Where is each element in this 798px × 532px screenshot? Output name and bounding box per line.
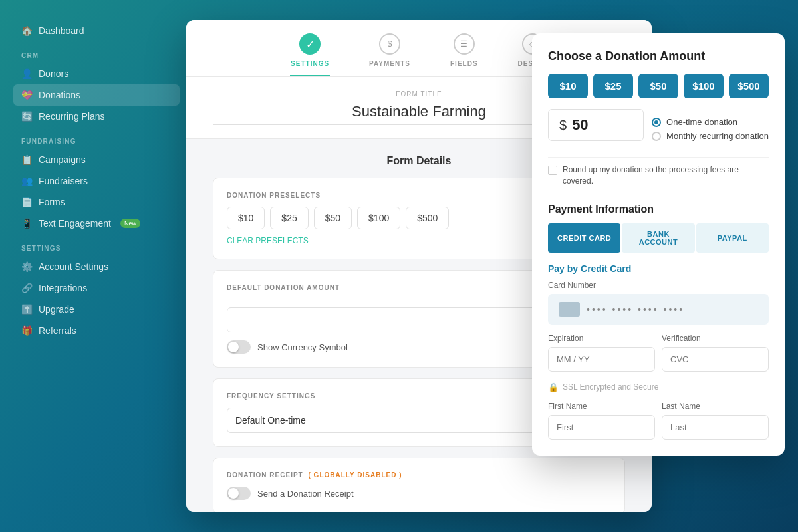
sidebar-label-fundraisers: Fundraisers	[39, 176, 88, 186]
preset-500[interactable]: $500	[406, 207, 449, 229]
preview-amount-100[interactable]: $100	[684, 74, 724, 98]
first-name-input[interactable]	[548, 415, 655, 440]
tab-settings-label: SETTINGS	[291, 60, 329, 67]
expiry-field: Expiration	[548, 334, 655, 372]
sidebar-label-forms: Forms	[39, 197, 65, 207]
tab-payments[interactable]: $ PAYMENTS	[369, 33, 410, 76]
payment-info-title: Payment Information	[548, 203, 769, 215]
sidebar-item-recurring[interactable]: 🔄 Recurring Plans	[13, 106, 180, 127]
tab-settings[interactable]: ✓ SETTINGS	[291, 33, 329, 76]
sidebar-item-donors[interactable]: 👤 Donors	[13, 63, 180, 84]
expiration-input[interactable]	[548, 347, 655, 372]
sidebar-item-dashboard[interactable]: 🏠 Dashboard	[13, 20, 180, 41]
amount-buttons: $10 $25 $50 $100 $500	[548, 74, 769, 98]
sidebar-label-integrations: Integrations	[39, 283, 87, 293]
sidebar-label-donors: Donors	[39, 68, 68, 79]
radio-group: One-time donation Monthly recurring dona…	[652, 117, 769, 141]
preview-title: Choose a Donation Amount	[548, 49, 769, 63]
preset-10[interactable]: $10	[227, 207, 265, 229]
sidebar-item-integrations[interactable]: 🔗 Integrations	[13, 277, 180, 299]
text-icon: 📱	[21, 218, 32, 229]
dollar-sign: $	[559, 118, 567, 133]
cvc-field: Verification	[662, 334, 769, 372]
fundraisers-icon: 👥	[21, 176, 32, 186]
preset-100[interactable]: $100	[357, 207, 400, 229]
home-icon: 🏠	[21, 25, 32, 36]
card-chip-icon	[559, 302, 580, 317]
preview-amount-10[interactable]: $10	[548, 74, 588, 98]
radio-monthly-dot	[652, 132, 661, 141]
last-name-input[interactable]	[662, 415, 769, 440]
radio-monthly-label: Monthly recurring donation	[666, 131, 769, 141]
card-dots: •••• •••• •••• ••••	[587, 304, 684, 315]
cvc-input[interactable]	[662, 347, 769, 372]
card-number-label: Card Number	[548, 281, 769, 290]
expiry-cvc-row: Expiration Verification	[548, 334, 769, 372]
custom-amount-display: $ 50	[548, 109, 644, 141]
sidebar-label-upgrade: Upgrade	[39, 304, 74, 315]
radio-onetime[interactable]: One-time donation	[652, 117, 769, 127]
sidebar-label-account-settings: Account Settings	[39, 261, 108, 272]
roundup-checkbox[interactable]	[548, 166, 557, 175]
ssl-row: 🔒 SSL Encrypted and Secure	[548, 382, 769, 392]
preview-amount-25[interactable]: $25	[593, 74, 633, 98]
tab-fields[interactable]: ☰ FIELDS	[450, 33, 478, 76]
name-row: First Name Last Name	[548, 402, 769, 440]
preview-amount-500[interactable]: $500	[729, 74, 769, 98]
sidebar-label-campaigns: Campaigns	[39, 154, 86, 165]
lock-icon: 🔒	[548, 382, 559, 392]
receipt-card: DONATION RECEIPT ( Globally disabled ) S…	[213, 458, 625, 512]
sidebar-label-donations: Donations	[39, 90, 80, 100]
payment-tab-bank[interactable]: BANK ACCOUNT	[622, 223, 694, 253]
payment-tab-credit-card[interactable]: CREDIT CARD	[548, 223, 620, 253]
donors-icon: 👤	[21, 68, 32, 79]
currency-toggle-label: Show Currency Symbol	[257, 342, 348, 352]
receipt-toggle[interactable]	[227, 487, 251, 500]
referrals-icon: 🎁	[21, 325, 32, 336]
preview-amount-50[interactable]: $50	[638, 74, 678, 98]
forms-icon: 📄	[21, 197, 32, 207]
sidebar-item-referrals[interactable]: 🎁 Referrals	[13, 320, 180, 341]
radio-monthly[interactable]: Monthly recurring donation	[652, 131, 769, 141]
campaigns-icon: 📋	[21, 154, 32, 165]
tab-settings-icon: ✓	[299, 33, 321, 55]
account-settings-icon: ⚙️	[21, 261, 32, 272]
first-name-label: First Name	[548, 402, 655, 411]
radio-onetime-dot	[652, 118, 661, 127]
ssl-text: SSL Encrypted and Secure	[563, 382, 658, 392]
sidebar-item-account-settings[interactable]: ⚙️ Account Settings	[13, 256, 180, 277]
preset-50[interactable]: $50	[314, 207, 352, 229]
roundup-row[interactable]: Round up my donation so the processing f…	[548, 157, 769, 194]
pay-by-cc-label: Pay by Credit Card	[548, 263, 769, 274]
globally-disabled-badge: ( Globally disabled )	[309, 471, 402, 479]
card-number-area[interactable]: •••• •••• •••• ••••	[548, 294, 769, 325]
sidebar-item-forms[interactable]: 📄 Forms	[13, 192, 180, 213]
sidebar-label-text: Text Engagement	[39, 218, 111, 229]
payment-tab-paypal[interactable]: PAYPAL	[696, 223, 769, 253]
last-name-label: Last Name	[662, 402, 769, 411]
sidebar-item-donations[interactable]: 💝 Donations	[13, 84, 180, 106]
sidebar-item-fundraisers[interactable]: 👥 Fundraisers	[13, 170, 180, 192]
sidebar-item-text-engagement[interactable]: 📱 Text Engagement New	[13, 213, 180, 234]
preset-25[interactable]: $25	[270, 207, 308, 229]
sidebar-item-campaigns[interactable]: 📋 Campaigns	[13, 149, 180, 170]
receipt-toggle-label: Send a Donation Receipt	[257, 489, 354, 499]
preview-card: Choose a Donation Amount $10 $25 $50 $10…	[532, 33, 785, 456]
recurring-icon: 🔄	[21, 111, 32, 122]
currency-toggle[interactable]	[227, 340, 251, 354]
custom-amount-row: $ 50 One-time donation Monthly recurring…	[548, 109, 769, 149]
verification-label: Verification	[662, 334, 769, 343]
expiration-label: Expiration	[548, 334, 655, 343]
sidebar-item-upgrade[interactable]: ⬆️ Upgrade	[13, 299, 180, 320]
tab-payments-label: PAYMENTS	[369, 60, 410, 67]
receipt-label: DONATION RECEIPT ( Globally disabled )	[227, 471, 611, 479]
tab-payments-icon: $	[379, 33, 400, 55]
sidebar-section-crm: CRM	[13, 41, 180, 63]
sidebar-section-fundraising: FUNDRAISING	[13, 127, 180, 149]
custom-amount-value: 50	[572, 116, 588, 134]
tab-fields-icon: ☰	[454, 33, 475, 55]
upgrade-icon: ⬆️	[21, 304, 32, 315]
roundup-text: Round up my donation so the processing f…	[563, 164, 769, 187]
integrations-icon: 🔗	[21, 283, 32, 293]
first-name-field: First Name	[548, 402, 655, 440]
